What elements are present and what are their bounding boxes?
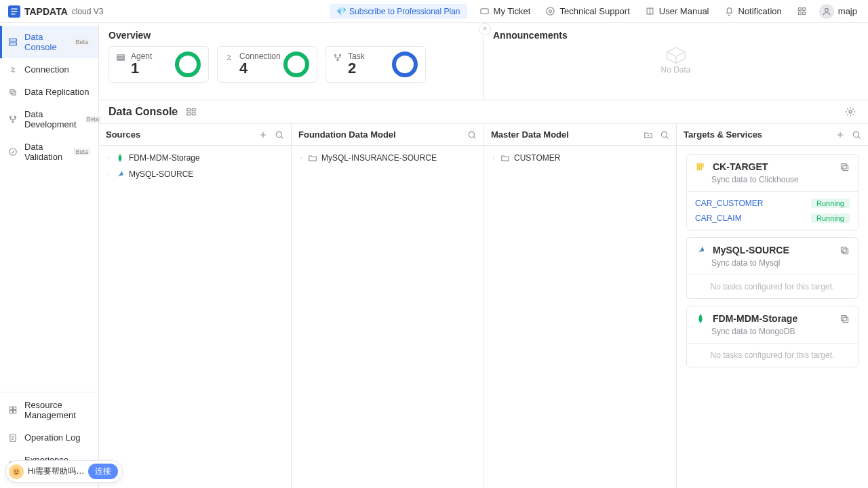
tree-label: MySQL-INSURANCE-SOURCE xyxy=(321,153,437,163)
card-connection[interactable]: Connection 4 xyxy=(217,46,317,83)
svg-rect-46 xyxy=(842,163,847,169)
task-icon xyxy=(333,53,342,62)
svg-point-14 xyxy=(14,116,16,117)
gauge-task xyxy=(391,51,418,78)
card-task[interactable]: Task 2 xyxy=(326,46,426,83)
sidebar-item-operation-log[interactable]: Operation Log xyxy=(0,426,98,449)
mongodb-icon xyxy=(115,153,125,163)
search-icon[interactable] xyxy=(660,130,669,140)
svg-rect-1 xyxy=(480,9,488,14)
svg-rect-34 xyxy=(187,113,191,115)
column-sources: Sources FDM-MDM-Storage MySQL-SOURCE xyxy=(99,124,292,488)
task-link[interactable]: CAR_CUSTOMER xyxy=(695,199,763,208)
add-icon[interactable] xyxy=(835,130,845,140)
beta-badge: Beta xyxy=(73,39,90,45)
my-ticket-label: My Ticket xyxy=(494,6,531,16)
column-head-foundation: Foundation Data Model xyxy=(292,124,484,146)
search-icon[interactable] xyxy=(467,130,477,140)
fullscreen-icon[interactable] xyxy=(797,6,807,16)
column-head-targets: Targets & Services xyxy=(677,124,868,146)
help-bubble[interactable]: Hi需要帮助吗… 连接 xyxy=(5,460,123,483)
sidebar-item-label: Data Development xyxy=(24,109,77,129)
card-agent[interactable]: Agent 1 xyxy=(108,46,209,83)
column-title: Sources xyxy=(106,129,252,140)
copy-icon[interactable] xyxy=(840,162,850,172)
settings-icon[interactable] xyxy=(845,106,856,117)
target-subtitle: Sync data to Mysql xyxy=(687,258,858,274)
chevron-up-icon xyxy=(481,26,488,33)
chevron-right-icon xyxy=(106,171,111,177)
svg-point-16 xyxy=(9,148,17,156)
card-value: 4 xyxy=(239,60,281,77)
sidebar-item-data-development[interactable]: Data Development Beta xyxy=(0,103,98,136)
svg-rect-50 xyxy=(842,315,847,321)
svg-rect-24 xyxy=(117,57,125,58)
svg-point-37 xyxy=(276,131,281,137)
my-ticket-link[interactable]: My Ticket xyxy=(479,6,531,16)
logo[interactable]: TAPDATA xyxy=(8,5,68,18)
copy-icon[interactable] xyxy=(840,245,850,256)
folder-icon xyxy=(500,153,510,163)
announcements-title: Announcements xyxy=(493,30,859,41)
replication-icon xyxy=(8,87,18,97)
help-connect-button[interactable]: 连接 xyxy=(88,464,118,479)
notification-link[interactable]: Notification xyxy=(724,6,782,16)
user-manual-link[interactable]: User Manual xyxy=(645,6,709,16)
avatar[interactable] xyxy=(819,4,834,19)
sidebar-item-label: Resource Management xyxy=(24,400,90,420)
svg-rect-18 xyxy=(14,407,16,409)
svg-rect-7 xyxy=(803,12,806,15)
foundation-item[interactable]: MySQL-INSURANCE-SOURCE xyxy=(294,150,481,166)
svg-rect-11 xyxy=(10,89,14,93)
connection-card-icon xyxy=(224,53,234,62)
column-head-master: Master Data Model xyxy=(484,124,676,146)
task-row: CAR_CUSTOMER Running xyxy=(695,196,850,211)
svg-point-51 xyxy=(12,468,20,476)
connection-icon xyxy=(8,65,18,75)
svg-point-52 xyxy=(14,470,16,471)
svg-point-31 xyxy=(394,54,416,75)
target-subtitle: Sync data to Clickhouse xyxy=(687,175,858,191)
collapse-button[interactable] xyxy=(479,23,491,35)
username[interactable]: majp xyxy=(838,6,857,16)
new-folder-icon[interactable] xyxy=(644,130,653,140)
subscribe-label: Subscribe to Professional Plan xyxy=(349,7,460,16)
svg-rect-17 xyxy=(9,407,12,409)
sidebar-item-data-console[interactable]: Data Console Beta xyxy=(0,26,98,58)
sources-tree: FDM-MDM-Storage MySQL-SOURCE xyxy=(99,146,291,488)
tree-label: FDM-MDM-Storage xyxy=(129,153,200,163)
task-link[interactable]: CAR_CLAIM xyxy=(695,214,742,223)
sidebar-top: Data Console Beta Connection Data Replic… xyxy=(0,23,98,392)
svg-rect-25 xyxy=(117,60,125,60)
overview-panel: Overview Agent 1 xyxy=(99,23,483,100)
source-item-fdm[interactable]: FDM-MDM-Storage xyxy=(102,150,288,166)
search-icon[interactable] xyxy=(275,130,284,140)
svg-rect-33 xyxy=(193,108,196,110)
svg-rect-45 xyxy=(843,165,848,171)
view-toggle-icon[interactable] xyxy=(186,106,197,117)
svg-rect-23 xyxy=(117,55,125,56)
folder-icon xyxy=(308,153,317,163)
data-console-head: Data Console xyxy=(99,100,868,123)
diamond-icon: 💎 xyxy=(336,7,347,16)
console-icon xyxy=(8,37,18,47)
copy-icon[interactable] xyxy=(840,314,850,324)
sidebar-item-data-validation[interactable]: Data Validation Beta xyxy=(0,136,98,168)
beta-badge: Beta xyxy=(73,148,90,155)
technical-support-link[interactable]: Technical Support xyxy=(545,6,629,16)
sidebar-item-connection[interactable]: Connection xyxy=(0,58,98,81)
add-icon[interactable] xyxy=(258,130,268,140)
subscribe-button[interactable]: 💎 Subscribe to Professional Plan xyxy=(330,4,467,19)
source-item-mysql[interactable]: MySQL-SOURCE xyxy=(102,166,288,182)
empty-box-icon xyxy=(663,45,690,64)
technical-support-label: Technical Support xyxy=(559,6,629,16)
chevron-right-icon xyxy=(298,155,304,161)
search-icon[interactable] xyxy=(852,130,861,140)
sidebar-item-resource-management[interactable]: Resource Management xyxy=(0,394,98,426)
sidebar-item-data-replication[interactable]: Data Replication xyxy=(0,81,98,103)
master-item[interactable]: CUSTOMER xyxy=(487,150,673,166)
product-name: TAPDATA xyxy=(24,6,68,17)
svg-point-38 xyxy=(469,131,474,137)
svg-rect-49 xyxy=(843,317,848,323)
master-tree: CUSTOMER xyxy=(484,146,676,488)
